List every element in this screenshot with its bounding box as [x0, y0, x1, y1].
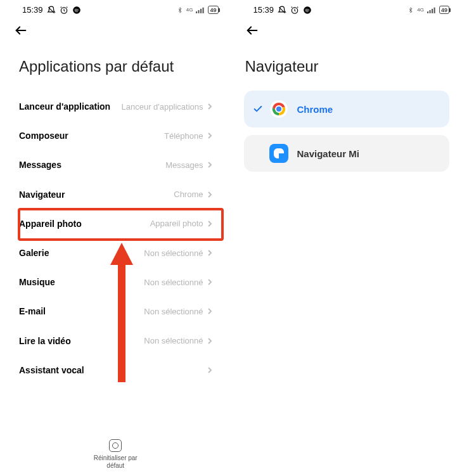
setting-dialer[interactable]: Composeur Téléphone — [19, 121, 212, 150]
setting-label: Composeur — [19, 130, 68, 141]
page-title: Navigateur — [231, 44, 463, 91]
setting-value: Non sélectionné — [144, 248, 203, 258]
setting-label: Lanceur d'application — [19, 101, 110, 112]
bluetooth-icon — [407, 6, 414, 15]
back-row — [0, 17, 231, 44]
svg-rect-11 — [429, 10, 430, 13]
setting-label: Lire la vidéo — [19, 335, 71, 347]
signal-4g-icon: 4G — [186, 7, 193, 13]
back-button[interactable] — [14, 29, 28, 39]
svg-point-16 — [276, 106, 282, 112]
back-row — [231, 17, 463, 44]
spotify-icon — [303, 6, 312, 15]
setting-label: Appareil photo — [19, 218, 82, 229]
browser-label: Navigateur Mi — [297, 148, 359, 159]
chevron-right-icon — [207, 337, 212, 345]
signal-bars-icon — [196, 6, 205, 14]
svg-point-1 — [73, 6, 80, 14]
setting-value: Téléphone — [164, 131, 203, 141]
setting-voice-assistant[interactable]: Assistant vocal — [19, 356, 212, 385]
status-right: 4G 49 — [177, 6, 219, 15]
alarm-icon — [60, 6, 68, 15]
setting-value: Chrome — [174, 190, 203, 199]
page-title: Applications par défaut — [0, 44, 231, 92]
chevron-right-icon — [207, 132, 212, 139]
alarm-muted-icon — [47, 6, 56, 15]
chrome-icon — [269, 100, 288, 119]
battery-icon: 49 — [208, 6, 218, 14]
signal-4g-icon: 4G — [417, 7, 424, 13]
setting-value: Non sélectionné — [144, 307, 203, 316]
setting-value: Messages — [165, 160, 203, 170]
status-left: 15:39 — [253, 5, 312, 15]
spotify-icon — [72, 6, 81, 15]
setting-gallery[interactable]: Galerie Non sélectionné — [19, 238, 212, 267]
status-time: 15:39 — [22, 5, 43, 15]
alarm-icon — [290, 6, 299, 15]
status-left: 15:39 — [22, 5, 81, 15]
alarm-muted-icon — [278, 6, 286, 15]
setting-music[interactable]: Musique Non sélectionné — [19, 267, 212, 297]
setting-label: Navigateur — [19, 189, 65, 200]
setting-value: Non sélectionné — [144, 278, 203, 287]
setting-label: Assistant vocal — [19, 364, 84, 376]
chevron-right-icon — [207, 278, 212, 286]
browser-label: Chrome — [297, 104, 333, 115]
status-bar: 15:39 4G 49 — [0, 0, 231, 17]
svg-rect-3 — [198, 10, 200, 13]
setting-value: Appareil photo — [150, 219, 203, 228]
setting-label: E-mail — [19, 306, 46, 317]
back-button[interactable] — [245, 29, 259, 39]
chevron-right-icon — [207, 220, 212, 228]
settings-list: Lanceur d'application Lanceur d'applicat… — [0, 92, 231, 385]
browser-option-chrome[interactable]: Chrome — [244, 91, 450, 127]
signal-bars-icon — [427, 6, 436, 14]
right-screen: 15:39 4G 49 Navigateur — [231, 0, 463, 476]
chevron-right-icon — [207, 191, 212, 198]
setting-label: Messages — [19, 159, 61, 170]
left-screen: 15:39 4G 49 Applications par — [0, 0, 231, 476]
setting-value: Lanceur d'applications — [122, 102, 203, 112]
mi-browser-icon — [269, 144, 288, 163]
svg-rect-2 — [196, 11, 197, 13]
status-bar: 15:39 4G 49 — [231, 0, 463, 17]
browser-option-list: Chrome Navigateur Mi — [231, 91, 463, 172]
setting-value: Non sélectionné — [144, 336, 203, 345]
bluetooth-icon — [177, 6, 183, 15]
reset-icon — [109, 439, 122, 452]
svg-rect-12 — [432, 8, 433, 13]
battery-icon: 49 — [439, 6, 449, 14]
setting-video[interactable]: Lire la vidéo Non sélectionné — [19, 326, 212, 356]
browser-option-mi[interactable]: Navigateur Mi — [244, 135, 450, 172]
chevron-right-icon — [207, 103, 212, 110]
setting-label: Galerie — [19, 247, 49, 259]
status-time: 15:39 — [253, 5, 274, 15]
checkmark-icon — [253, 104, 266, 114]
chevron-right-icon — [207, 307, 212, 315]
setting-launcher[interactable]: Lanceur d'application Lanceur d'applicat… — [19, 92, 212, 121]
status-right: 4G 49 — [407, 6, 449, 15]
svg-rect-5 — [203, 7, 204, 13]
setting-email[interactable]: E-mail Non sélectionné — [19, 297, 212, 326]
reset-defaults-button[interactable]: Réinitialiser par défaut — [0, 439, 231, 470]
chevron-right-icon — [207, 366, 212, 374]
setting-camera[interactable]: Appareil photo Appareil photo — [19, 209, 212, 238]
svg-point-9 — [304, 6, 311, 14]
chevron-right-icon — [207, 161, 212, 169]
setting-browser[interactable]: Navigateur Chrome — [19, 180, 212, 209]
svg-rect-13 — [433, 7, 435, 13]
svg-rect-10 — [427, 11, 428, 13]
setting-label: Musique — [19, 276, 55, 288]
reset-label: Réinitialiser par défaut — [87, 454, 144, 470]
setting-messages[interactable]: Messages Messages — [19, 150, 212, 179]
svg-rect-4 — [200, 8, 202, 13]
chevron-right-icon — [207, 249, 212, 257]
